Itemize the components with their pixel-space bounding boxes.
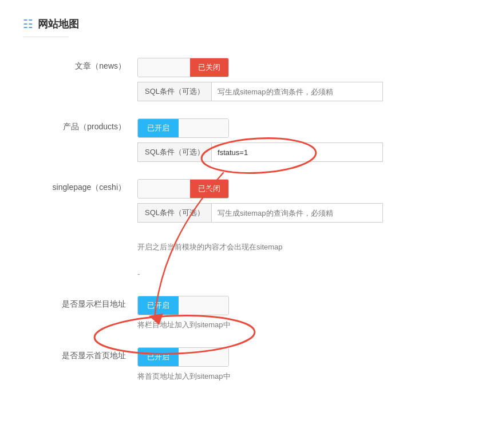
singlepage-toggle-space [138,180,190,198]
category-toggle-on-btn[interactable]: 已开启 [138,296,179,315]
news-content: 已关闭 SQL条件（可选） [137,54,467,115]
products-sql-label: SQL条件（可选） [137,142,211,162]
singlepage-content: 已关闭 SQL条件（可选） [137,176,467,236]
news-toggle-row: 已关闭 [137,58,467,77]
singlepage-sql-label: SQL条件（可选） [137,203,211,223]
singlepage-label: singlepage（ceshi） [23,176,137,193]
dash-row: - [23,266,467,292]
news-row: 文章（news） 已关闭 SQL条件（可选） [23,54,467,115]
products-label: 产品（products） [23,115,137,133]
products-row: 产品（products） 已开启 SQL条件（可选） [23,115,467,176]
products-content: 已开启 SQL条件（可选） [137,115,467,176]
homepage-label: 是否显示首页地址 [23,344,137,362]
homepage-content: 已开启 将首页地址加入到sitemap中 [137,344,467,395]
hint-row: 开启之后当前模块的内容才会出现在sitemap [23,236,467,266]
singlepage-sql-input[interactable] [211,203,383,223]
singlepage-sql-row: SQL条件（可选） [137,203,467,223]
page-header: ☷ 网站地图 [23,17,467,31]
category-content: 已开启 将栏目地址加入到sitemap中 [137,292,467,344]
dash-spacer [23,266,137,272]
category-hint: 将栏目地址加入到sitemap中 [137,320,467,330]
category-label: 是否显示栏目地址 [23,292,137,310]
homepage-toggle[interactable]: 已开启 [137,347,229,367]
homepage-hint: 将首页地址加入到sitemap中 [137,371,467,382]
singlepage-toggle-off-btn[interactable]: 已关闭 [190,180,228,198]
products-toggle-space [179,119,228,137]
news-sql-label: SQL条件（可选） [137,82,211,101]
homepage-toggle-space [179,348,228,366]
header-divider [23,37,69,37]
products-toggle-on-btn[interactable]: 已开启 [138,119,179,137]
products-sql-row: SQL条件（可选） [137,142,467,162]
singlepage-toggle-row: 已关闭 [137,179,467,199]
products-toggle[interactable]: 已开启 [137,118,229,138]
news-toggle-off-btn[interactable]: 已关闭 [190,58,228,77]
homepage-toggle-on-btn[interactable]: 已开启 [138,348,179,366]
hint-content: 开启之后当前模块的内容才会出现在sitemap [137,236,467,266]
category-toggle-row: 已开启 [137,296,467,315]
category-toggle-space [179,296,228,315]
hint-spacer [23,236,137,242]
singlepage-row: singlepage（ceshi） 已关闭 SQL条件（可选） [23,176,467,236]
category-row: 是否显示栏目地址 已开启 将栏目地址加入到sitemap中 [23,292,467,344]
news-toggle[interactable]: 已关闭 [137,58,229,77]
category-toggle[interactable]: 已开启 [137,296,229,315]
dash-separator: - [137,269,467,279]
homepage-toggle-row: 已开启 [137,347,467,367]
products-toggle-row: 已开启 [137,118,467,138]
products-sql-input[interactable] [211,142,383,162]
settings-table: 文章（news） 已关闭 SQL条件（可选） [23,54,467,395]
singlepage-toggle[interactable]: 已关闭 [137,179,229,199]
homepage-row: 是否显示首页地址 已开启 将首页地址加入到sitemap中 [23,344,467,395]
news-sql-input[interactable] [211,82,383,101]
news-sql-row: SQL条件（可选） [137,82,467,101]
dash-content: - [137,266,467,292]
sitemap-hint: 开启之后当前模块的内容才会出现在sitemap [137,242,467,252]
news-label: 文章（news） [23,54,137,72]
page-title: 网站地图 [38,17,79,31]
sitemap-icon: ☷ [23,17,33,31]
news-toggle-space [138,58,190,77]
